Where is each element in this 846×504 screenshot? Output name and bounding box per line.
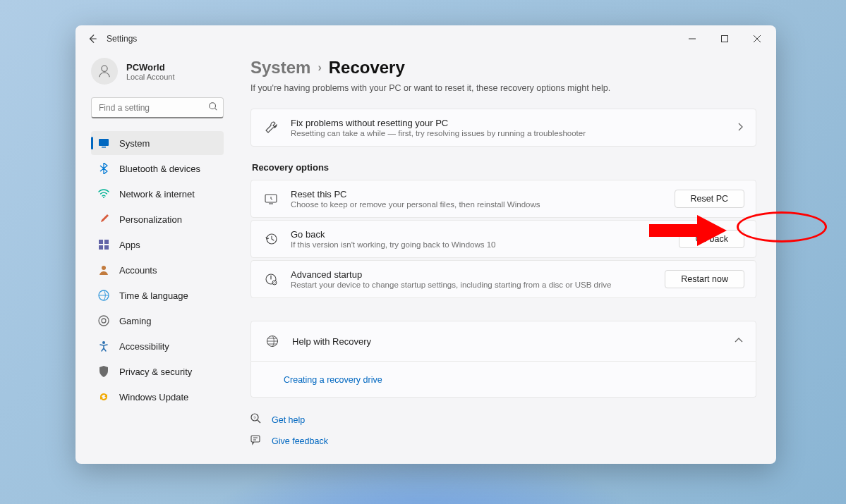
sidebar-item-privacy[interactable]: Privacy & security (91, 359, 224, 383)
svg-point-1 (102, 66, 107, 71)
sidebar-item-time[interactable]: Time & language (91, 283, 224, 307)
globe-icon (264, 333, 281, 350)
reset-pc-button[interactable]: Reset PC (675, 190, 745, 208)
feedback-icon (250, 434, 262, 448)
sidebar-item-label: Windows Update (119, 392, 188, 402)
card-desc: Restart your device to change startup se… (291, 281, 653, 289)
svg-rect-22 (251, 436, 260, 442)
card-text: Advanced startup Restart your device to … (291, 269, 653, 289)
power-gear-icon (262, 271, 279, 288)
sidebar-item-label: Time & language (119, 290, 188, 301)
give-feedback-link[interactable]: Give feedback (250, 434, 756, 448)
annotation-ellipse (737, 211, 827, 242)
system-icon (98, 137, 109, 149)
svg-point-10 (102, 266, 106, 270)
help-with-recovery-card[interactable]: Help with Recovery (250, 321, 756, 362)
reset-pc-card: Reset this PC Choose to keep or remove y… (250, 180, 756, 218)
back-button[interactable] (78, 27, 107, 50)
sidebar-item-system[interactable]: System (91, 131, 224, 155)
wifi-icon (98, 188, 109, 199)
close-button[interactable] (741, 28, 773, 49)
page-subtitle: If you're having problems with your PC o… (250, 83, 756, 93)
update-icon (98, 391, 109, 402)
content-area: PCWorld Local Account System Bluetooth &… (75, 52, 776, 464)
help-body: Creating a recovery drive (250, 362, 756, 398)
link-label: Get help (272, 415, 305, 425)
fix-problems-card[interactable]: Fix problems without resetting your PC R… (250, 109, 756, 147)
sidebar-item-label: Accounts (119, 265, 157, 276)
card-desc: Resetting can take a while — first, try … (291, 129, 725, 137)
card-title: Go back (291, 229, 667, 240)
svg-point-18 (272, 281, 277, 285)
link-label: Give feedback (272, 436, 328, 446)
sidebar-item-label: Gaming (119, 316, 152, 326)
card-title: Help with Recovery (292, 336, 723, 347)
profile-text: PCWorld Local Account (126, 62, 175, 81)
window-controls (676, 28, 773, 49)
sidebar-item-accounts[interactable]: Accounts (91, 258, 224, 282)
minimize-icon (689, 35, 696, 42)
paintbrush-icon (98, 214, 109, 225)
sidebar-item-update[interactable]: Windows Update (91, 385, 224, 409)
sidebar-item-label: Network & internet (119, 189, 195, 199)
sidebar-item-personalization[interactable]: Personalization (91, 207, 224, 231)
card-title: Fix problems without resetting your PC (291, 118, 725, 128)
minimize-button[interactable] (676, 28, 708, 49)
svg-point-14 (102, 341, 105, 344)
card-text: Reset this PC Choose to keep or remove y… (291, 189, 663, 209)
bluetooth-icon (98, 163, 109, 174)
sidebar-item-network[interactable]: Network & internet (91, 182, 224, 206)
sidebar-item-label: Privacy & security (119, 367, 192, 377)
sidebar-item-apps[interactable]: Apps (91, 233, 224, 257)
maximize-button[interactable] (708, 28, 741, 49)
breadcrumb: System › Recovery (250, 58, 756, 78)
svg-rect-7 (104, 240, 109, 244)
chevron-right-icon (736, 121, 744, 134)
sidebar-item-gaming[interactable]: Gaming (91, 309, 224, 333)
footer-links: ? Get help Give feedback (250, 413, 756, 448)
get-help-link[interactable]: ? Get help (250, 413, 756, 427)
apps-icon (98, 239, 109, 250)
sidebar-item-accessibility[interactable]: Accessibility (91, 334, 224, 358)
svg-rect-6 (99, 240, 103, 244)
shield-icon (98, 366, 109, 377)
window-title: Settings (107, 34, 137, 44)
sidebar-item-label: Apps (119, 240, 140, 250)
svg-rect-23 (649, 224, 699, 237)
recovery-drive-link[interactable]: Creating a recovery drive (284, 375, 382, 385)
wrench-icon (262, 119, 279, 136)
history-icon (262, 231, 279, 247)
help-icon: ? (250, 413, 262, 427)
chevron-right-icon: › (318, 61, 321, 74)
chevron-up-icon (735, 335, 743, 348)
sidebar: PCWorld Local Account System Bluetooth &… (75, 52, 229, 464)
card-desc: Choose to keep or remove your personal f… (291, 200, 663, 209)
svg-rect-0 (722, 36, 728, 42)
close-icon (754, 35, 761, 42)
svg-text:?: ? (253, 416, 256, 420)
avatar (91, 58, 118, 85)
breadcrumb-parent[interactable]: System (250, 58, 310, 78)
accessibility-icon (98, 340, 109, 352)
page-title: Recovery (329, 58, 405, 78)
nav-list: System Bluetooth & devices Network & int… (91, 131, 224, 409)
sidebar-item-label: Bluetooth & devices (119, 164, 200, 174)
svg-marker-24 (697, 215, 727, 246)
card-text: Fix problems without resetting your PC R… (291, 118, 725, 137)
reset-icon (262, 190, 279, 207)
profile-subtitle: Local Account (126, 73, 175, 81)
svg-point-2 (210, 103, 216, 109)
search-input[interactable] (91, 97, 224, 118)
advanced-startup-card: Advanced startup Restart your device to … (250, 260, 756, 298)
restart-now-button[interactable]: Restart now (665, 270, 744, 288)
svg-rect-4 (102, 147, 106, 148)
card-title: Advanced startup (291, 269, 653, 280)
section-label: Recovery options (252, 162, 756, 173)
svg-rect-9 (104, 245, 109, 250)
search-wrap (91, 97, 224, 118)
person-icon (97, 63, 112, 79)
card-desc: If this version isn't working, try going… (291, 240, 667, 249)
maximize-icon (721, 35, 728, 42)
profile-block[interactable]: PCWorld Local Account (91, 55, 224, 97)
sidebar-item-bluetooth[interactable]: Bluetooth & devices (91, 156, 224, 180)
